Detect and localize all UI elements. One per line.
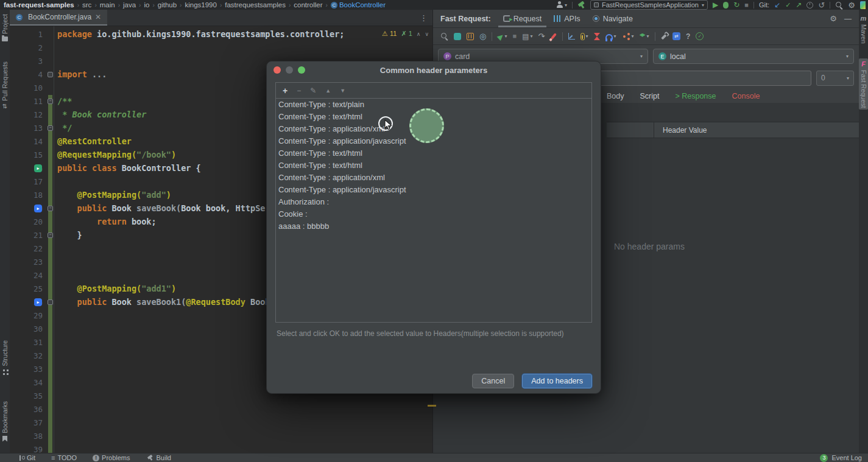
user-button[interactable]: ▾ xyxy=(556,1,567,9)
collapse-icon[interactable] xyxy=(568,33,575,40)
tab-console[interactable]: Console xyxy=(732,92,760,100)
wrench-icon[interactable] xyxy=(661,34,666,40)
sidebar-item-fast-request[interactable]: F Fast Request xyxy=(859,58,868,110)
tab-navigate[interactable]: Navigate xyxy=(593,10,633,27)
build-hammer-icon[interactable] xyxy=(577,1,585,9)
header-param-item[interactable]: Content-Type : text/html xyxy=(276,159,591,172)
breadcrumb-item[interactable]: fast-request-samples xyxy=(4,1,74,9)
clear-icon[interactable] xyxy=(550,33,556,40)
breadcrumb-item[interactable]: src xyxy=(82,1,91,9)
sidebar-item-structure[interactable]: Structure xyxy=(0,338,10,377)
code-line[interactable]: 36 xyxy=(10,403,432,416)
fold-marker[interactable]: − xyxy=(48,206,53,211)
breadcrumb-item[interactable]: github xyxy=(158,1,177,9)
cancel-button[interactable]: Cancel xyxy=(472,374,514,388)
header-param-item[interactable]: Cookie : xyxy=(276,208,591,220)
code-line[interactable]: 37 xyxy=(10,416,432,430)
debug-icon[interactable] xyxy=(723,2,729,9)
statusbar-todo[interactable]: ≡TODO xyxy=(51,454,77,461)
kebab-menu-icon[interactable]: ⋮ xyxy=(420,13,428,23)
header-value-column[interactable]: Header Value xyxy=(654,126,707,135)
stop-icon[interactable]: ■ xyxy=(513,33,517,40)
move-up-icon[interactable]: ▲ xyxy=(325,88,331,94)
sidebar-item-project[interactable]: Project xyxy=(0,12,10,43)
search-icon[interactable] xyxy=(835,1,843,9)
editor-tab-bookcontroller[interactable]: C BookController.java ✕ xyxy=(10,10,107,26)
breadcrumb-item[interactable]: controller xyxy=(294,1,322,9)
zoom-window-button[interactable] xyxy=(298,66,305,74)
code-line[interactable]: 39 xyxy=(10,443,432,453)
header-param-item[interactable]: Content-Type : text/html xyxy=(276,147,591,159)
tab-response[interactable]: > Response xyxy=(675,92,716,100)
code-line[interactable]: 1package io.github.kings1990.fastrequest… xyxy=(10,28,432,41)
statusbar-problems[interactable]: !Problems xyxy=(93,454,130,461)
run-config-select[interactable]: FastRequestSamplesApplication ▾ xyxy=(590,0,708,10)
header-param-item[interactable]: Content-Type : application/javascript xyxy=(276,184,591,196)
add-icon[interactable]: + xyxy=(283,86,288,96)
stop-icon[interactable]: ■ xyxy=(744,2,749,9)
breadcrumb-item[interactable]: io xyxy=(144,1,149,9)
prev-issue-icon[interactable]: ∧ xyxy=(417,31,421,37)
vcs-push-icon[interactable]: ↗ xyxy=(796,1,802,9)
attachment-button[interactable]: ▾ xyxy=(580,33,588,40)
close-icon[interactable]: ✕ xyxy=(95,13,101,21)
sidebar-item-pull-requests[interactable]: Pull Requests ⇅ xyxy=(0,60,10,111)
listener-button[interactable]: ▾ xyxy=(605,33,616,40)
code-line[interactable]: 38 xyxy=(10,430,432,443)
statusbar-build[interactable]: Build xyxy=(146,454,171,461)
run-icon[interactable]: ▶ xyxy=(713,1,718,9)
code-line[interactable]: 2 xyxy=(10,41,432,55)
fold-marker[interactable]: − xyxy=(48,99,53,104)
vcs-commit-icon[interactable]: ✓ xyxy=(785,2,791,9)
fold-marker[interactable] xyxy=(48,72,53,77)
breadcrumb-item[interactable]: kings1990 xyxy=(185,1,216,9)
share-button[interactable]: ▾ xyxy=(622,33,634,40)
environment-icon[interactable] xyxy=(454,33,461,40)
history-icon[interactable] xyxy=(806,2,813,9)
header-param-item[interactable]: Content-Type : application/xml xyxy=(276,172,591,184)
sync-icon[interactable]: ⇄ xyxy=(672,32,680,40)
tab-apis[interactable]: APIs xyxy=(554,10,580,27)
plugin-check-icon[interactable]: ✓ xyxy=(696,32,704,40)
settings-gear-icon[interactable]: ⚙ xyxy=(830,15,837,23)
header-param-item[interactable]: Authorization : xyxy=(276,196,591,208)
fast-request-gutter-icon[interactable]: ▸ xyxy=(34,205,42,212)
redo-icon[interactable]: ↷ xyxy=(538,32,545,40)
tab-body[interactable]: Body xyxy=(607,92,624,100)
fold-marker[interactable]: − xyxy=(48,125,53,131)
header-name-column[interactable] xyxy=(607,122,654,138)
next-issue-icon[interactable]: ∨ xyxy=(425,31,429,37)
inspections-widget[interactable]: ⚠ 11 ✗ 1 ∧ ∨ xyxy=(382,30,429,38)
fold-marker[interactable] xyxy=(48,299,53,305)
fast-request-gutter-icon[interactable]: ▸ xyxy=(34,164,42,172)
layers-button[interactable]: ▾ xyxy=(640,33,649,40)
search-icon[interactable] xyxy=(440,32,448,40)
count-select[interactable]: 0 ▾ xyxy=(816,71,854,86)
breadcrumb-item[interactable]: main xyxy=(100,1,115,9)
sidebar-item-bookmarks[interactable]: Bookmarks xyxy=(0,399,10,444)
breadcrumb-item[interactable]: fastrequestsamples xyxy=(225,1,286,9)
tab-request[interactable]: Request xyxy=(503,10,542,27)
header-param-item[interactable]: Content-Type : text/plain xyxy=(276,99,591,111)
timeout-icon[interactable] xyxy=(594,33,600,40)
tab-script[interactable]: Script xyxy=(640,92,660,100)
edit-icon[interactable]: ✎ xyxy=(310,86,316,95)
breadcrumb-item[interactable]: CBookController xyxy=(331,1,386,9)
fold-marker[interactable]: − xyxy=(48,233,53,238)
sidebar-item-maven[interactable]: m Maven xyxy=(859,13,868,46)
add-to-headers-button[interactable]: Add to headers xyxy=(522,374,592,388)
help-icon[interactable]: ? xyxy=(686,33,690,40)
breadcrumb-item[interactable]: java xyxy=(123,1,136,9)
header-param-item[interactable]: aaaaa : bbbbb xyxy=(276,220,591,233)
rollback-icon[interactable]: ↺ xyxy=(818,1,825,9)
statusbar-event-log[interactable]: 3 Event Log xyxy=(820,454,862,462)
remove-icon[interactable]: − xyxy=(297,86,301,95)
statusbar-git[interactable]: Git xyxy=(18,454,35,461)
move-down-icon[interactable]: ▼ xyxy=(340,88,345,94)
close-window-button[interactable] xyxy=(273,66,281,74)
save-button[interactable]: ▤▾ xyxy=(522,33,532,40)
config-sliders-icon[interactable] xyxy=(467,33,474,40)
minimize-window-button[interactable] xyxy=(286,66,293,74)
minimize-icon[interactable]: — xyxy=(844,15,852,23)
target-icon[interactable]: ◎ xyxy=(479,32,486,40)
